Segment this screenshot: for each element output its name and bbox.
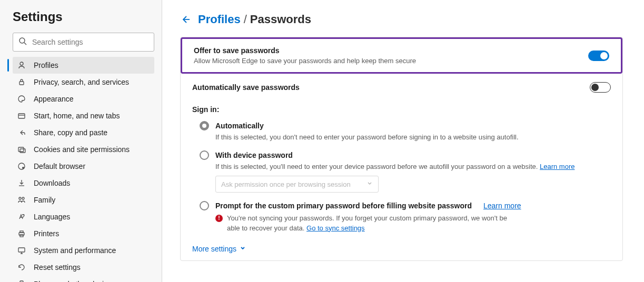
sidebar-item-start[interactable]: Start, home, and new tabs: [13, 107, 154, 124]
svg-rect-3: [19, 82, 24, 85]
chevron-down-icon: [366, 180, 373, 188]
printer-icon: [17, 229, 26, 238]
tabs-icon: [17, 111, 26, 120]
sidebar-item-profiles[interactable]: Profiles: [13, 57, 154, 74]
radio-primary-password-label: Prompt for the custom primary password b…: [215, 202, 472, 210]
lock-icon: [17, 77, 26, 87]
phone-icon: [17, 279, 26, 282]
sidebar-item-label: Privacy, search, and services: [34, 78, 129, 86]
download-icon: [17, 178, 26, 188]
radio-automatically-desc: If this is selected, you don't need to e…: [215, 133, 611, 142]
appearance-icon: [17, 94, 26, 104]
system-icon: [17, 246, 26, 255]
more-settings-label: More settings: [192, 245, 236, 253]
sidebar-item-label: Profiles: [34, 61, 58, 69]
sidebar-item-label: Share, copy and paste: [34, 128, 107, 137]
breadcrumb: Profiles / Passwords: [180, 13, 623, 26]
user-icon: [17, 61, 26, 70]
breadcrumb-separator: /: [244, 13, 247, 26]
offer-save-desc: Allow Microsoft Edge to save your passwo…: [194, 57, 416, 65]
auto-save-title: Automatically save passwords: [192, 83, 300, 92]
sidebar-item-label: Languages: [34, 213, 70, 221]
sidebar-item-label: Downloads: [34, 179, 70, 187]
signin-option-automatically: Automatically If this is selected, you d…: [181, 117, 622, 146]
sidebar-item-label: Appearance: [34, 95, 74, 103]
sidebar-item-languages[interactable]: Languages: [13, 208, 154, 225]
radio-device-password-desc: If this is selected, you'll need to ente…: [215, 162, 611, 172]
svg-point-2: [20, 62, 23, 65]
offer-save-title: Offer to save passwords: [194, 46, 416, 55]
device-password-learn-more-link[interactable]: Learn more: [540, 163, 574, 170]
offer-save-passwords-row: Offer to save passwords Allow Microsoft …: [181, 37, 622, 74]
auto-save-toggle[interactable]: [590, 82, 611, 93]
sidebar-item-label: Start, home, and new tabs: [34, 112, 120, 120]
sidebar-item-label: Printers: [34, 229, 59, 238]
signin-heading: Sign in:: [181, 100, 622, 117]
search-input[interactable]: [32, 38, 148, 46]
svg-point-9: [22, 167, 24, 169]
radio-primary-password[interactable]: [200, 201, 209, 210]
signin-option-primary-password: Prompt for the custom primary password b…: [181, 197, 622, 237]
radio-device-password[interactable]: [200, 150, 209, 160]
signin-option-device-password: With device password If this is selected…: [181, 146, 622, 197]
reset-icon: [17, 263, 26, 272]
sidebar-item-printers[interactable]: Printers: [13, 225, 154, 242]
sidebar-item-label: Default browser: [34, 162, 85, 170]
primary-password-warning: ! You're not syncing your passwords. If …: [215, 214, 510, 233]
sidebar-item-privacy[interactable]: Privacy, search, and services: [13, 74, 154, 90]
sidebar-item-share[interactable]: Share, copy and paste: [13, 124, 154, 141]
back-button[interactable]: [180, 14, 191, 25]
radio-device-password-label: With device password: [215, 151, 293, 159]
sidebar-item-label: Phone and other devices: [34, 280, 115, 282]
settings-sidebar: Settings Profiles Privacy, search, and s…: [0, 0, 162, 282]
breadcrumb-current: Passwords: [250, 13, 311, 26]
svg-point-10: [19, 197, 21, 199]
default-browser-icon: [17, 162, 26, 171]
page-title: Settings: [13, 9, 154, 24]
sidebar-item-family[interactable]: Family: [13, 192, 154, 208]
cookies-icon: [17, 145, 26, 154]
sidebar-item-reset[interactable]: Reset settings: [13, 259, 154, 276]
sidebar-nav: Profiles Privacy, search, and services A…: [13, 57, 154, 282]
svg-rect-7: [20, 149, 25, 153]
svg-line-1: [24, 43, 26, 45]
search-icon: [18, 37, 27, 47]
radio-automatically[interactable]: [200, 121, 209, 130]
sidebar-item-downloads[interactable]: Downloads: [13, 175, 154, 192]
svg-point-11: [22, 197, 24, 199]
radio-automatically-label: Automatically: [215, 122, 264, 130]
auto-save-passwords-row: Automatically save passwords: [181, 75, 622, 100]
device-password-frequency-select[interactable]: Ask permission once per browsing session: [215, 176, 379, 193]
svg-rect-6: [18, 147, 24, 152]
search-settings[interactable]: [13, 33, 154, 52]
sidebar-item-system[interactable]: System and performance: [13, 242, 154, 259]
family-icon: [17, 195, 26, 205]
svg-rect-13: [20, 231, 23, 233]
primary-password-learn-more-link[interactable]: Learn more: [483, 202, 521, 210]
share-icon: [17, 128, 26, 137]
sidebar-item-phone[interactable]: Phone and other devices: [13, 276, 154, 282]
offer-save-toggle[interactable]: [588, 51, 609, 61]
settings-main: Profiles / Passwords Offer to save passw…: [162, 0, 644, 282]
more-settings-toggle[interactable]: More settings: [181, 237, 622, 260]
sidebar-item-label: System and performance: [34, 246, 116, 255]
svg-rect-4: [18, 114, 25, 118]
sidebar-item-default-browser[interactable]: Default browser: [13, 158, 154, 175]
select-placeholder: Ask permission once per browsing session: [221, 180, 351, 188]
svg-rect-15: [18, 248, 25, 252]
sidebar-item-label: Reset settings: [34, 263, 81, 271]
passwords-card: Offer to save passwords Allow Microsoft …: [180, 37, 623, 261]
svg-rect-14: [20, 235, 23, 237]
breadcrumb-parent[interactable]: Profiles: [198, 13, 241, 26]
sidebar-item-appearance[interactable]: Appearance: [13, 90, 154, 107]
languages-icon: [17, 212, 26, 221]
sidebar-item-label: Family: [34, 196, 55, 204]
sidebar-item-label: Cookies and site permissions: [34, 145, 130, 154]
svg-point-0: [19, 38, 25, 43]
go-to-sync-settings-link[interactable]: Go to sync settings: [306, 224, 365, 232]
warning-icon: !: [215, 215, 223, 222]
chevron-down-icon: [240, 245, 246, 253]
sidebar-item-cookies[interactable]: Cookies and site permissions: [13, 141, 154, 158]
